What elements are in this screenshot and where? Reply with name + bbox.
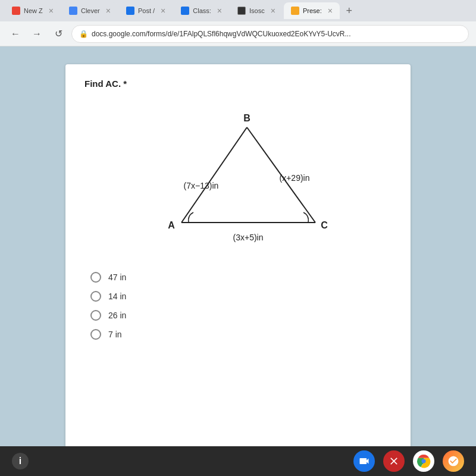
page-content: Find AC. * B A C (7x−13)in (x+ [0, 46, 476, 476]
tab-icon-isosc [237, 7, 246, 15]
taskbar: i [0, 446, 476, 476]
vertex-a-label: A [168, 220, 175, 230]
tab-icon-class [181, 7, 189, 15]
lock-icon: 🔒 [79, 30, 88, 38]
tab-close-gmail[interactable]: × [49, 6, 54, 15]
triangle-diagram: B A C (7x−13)in (x+29)in (3x+5)in [137, 101, 339, 255]
side-ab-label: (7x−13)in [184, 181, 219, 190]
tab-bar: New Z × Clever × Post / × Class: × Isosc… [0, 0, 476, 21]
radio-26[interactable] [90, 310, 101, 321]
answer-text-14: 14 in [108, 292, 126, 301]
tab-clever[interactable]: Clever × [62, 2, 118, 19]
taskbar-right [353, 450, 464, 472]
tab-label-post: Post / [138, 7, 155, 14]
back-button[interactable]: ← [7, 26, 24, 42]
answer-text-26: 26 in [108, 311, 126, 320]
side-ac-label: (3x+5)in [233, 233, 264, 242]
tab-label-gmail: New Z [24, 7, 43, 14]
new-tab-button[interactable]: + [341, 2, 358, 19]
address-bar[interactable]: 🔒 docs.google.com/forms/d/e/1FAlpQLSfl6h… [71, 25, 469, 43]
tab-isosc[interactable]: Isosc × [230, 2, 283, 19]
chrome-icon[interactable] [413, 450, 434, 472]
browser-chrome: New Z × Clever × Post / × Class: × Isosc… [0, 0, 476, 46]
option-7[interactable]: 7 in [90, 329, 392, 340]
tab-gmail[interactable]: New Z × [5, 2, 61, 19]
option-14[interactable]: 14 in [90, 291, 392, 302]
refresh-button[interactable]: ↺ [50, 26, 67, 42]
tab-post[interactable]: Post / × [119, 2, 173, 19]
info-button[interactable]: i [12, 453, 29, 469]
side-bc-label: (x+29)in [280, 173, 310, 183]
option-47[interactable]: 47 in [90, 272, 392, 283]
vertex-c-label: C [321, 220, 328, 230]
question-card: Find AC. * B A C (7x−13)in (x+ [65, 64, 411, 476]
tab-label-class: Class: [193, 7, 211, 14]
tab-icon-clever [69, 7, 77, 15]
answer-text-7: 7 in [108, 330, 122, 339]
triangle-container: B A C (7x−13)in (x+29)in (3x+5)in [84, 101, 392, 255]
tab-preset[interactable]: Prese: × [284, 2, 340, 19]
svg-line-0 [181, 127, 247, 223]
radio-7[interactable] [90, 329, 101, 340]
tab-close-clever[interactable]: × [106, 6, 111, 15]
tab-icon-post [126, 7, 134, 15]
nav-bar: ← → ↺ 🔒 docs.google.com/forms/d/e/1FAlpQ… [0, 21, 476, 46]
tab-label-isosc: Isosc [249, 7, 265, 14]
tab-icon-gmail [12, 7, 20, 15]
extra-icon[interactable] [443, 450, 464, 472]
video-camera-icon[interactable] [353, 450, 375, 472]
tab-icon-preset [291, 7, 299, 15]
radio-47[interactable] [90, 272, 101, 283]
taskbar-left: i [12, 453, 29, 469]
tab-close-class[interactable]: × [217, 6, 222, 15]
answer-text-47: 47 in [108, 273, 126, 282]
tab-close-preset[interactable]: × [328, 6, 333, 15]
tab-label-clever: Clever [81, 7, 100, 14]
address-text: docs.google.com/forms/d/e/1FAlpQLSfl6hqw… [92, 30, 351, 38]
tab-class[interactable]: Class: × [174, 2, 229, 19]
forward-button[interactable]: → [29, 26, 45, 42]
option-26[interactable]: 26 in [90, 310, 392, 321]
question-title: Find AC. * [84, 79, 392, 89]
close-icon[interactable] [383, 450, 405, 472]
answer-options: 47 in 14 in 26 in 7 in [84, 272, 392, 340]
tab-close-isosc[interactable]: × [271, 6, 275, 15]
tab-close-post[interactable]: × [161, 6, 165, 15]
svg-point-4 [422, 459, 426, 464]
tab-label-preset: Prese: [303, 7, 322, 14]
radio-14[interactable] [90, 291, 101, 302]
vertex-b-label: B [243, 113, 250, 123]
